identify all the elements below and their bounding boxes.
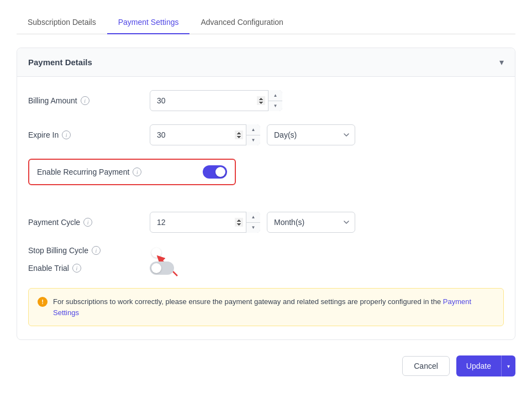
expire-in-increment[interactable]: ▲ xyxy=(246,124,260,135)
payment-cycle-decrement[interactable]: ▼ xyxy=(246,223,260,233)
expire-in-spinners: ▲ ▼ xyxy=(246,124,260,145)
expire-in-input[interactable] xyxy=(150,124,260,145)
stop-billing-label: Stop Billing Cycle i xyxy=(28,246,150,255)
enable-recurring-info-icon[interactable]: i xyxy=(133,168,141,176)
enable-recurring-toggle[interactable] xyxy=(203,165,227,179)
billing-amount-info-icon[interactable]: i xyxy=(81,96,89,105)
billing-amount-input-wrapper: ▲ ▼ xyxy=(150,90,282,111)
billing-amount-spinners: ▲ ▼ xyxy=(268,90,282,111)
payment-cycle-info-icon[interactable]: i xyxy=(83,218,92,227)
stop-billing-controls xyxy=(150,246,504,255)
payment-cycle-label: Payment Cycle i xyxy=(28,218,150,227)
cancel-button[interactable]: Cancel xyxy=(402,356,450,376)
billing-amount-input[interactable] xyxy=(150,90,282,111)
payment-details-card: Payment Details ▾ Billing Amount i ▲ ▼ xyxy=(17,48,515,340)
payment-cycle-row: Payment Cycle i ▲ ▼ Month(s) Day(s) xyxy=(28,212,504,233)
payment-cycle-spinners: ▲ ▼ xyxy=(246,212,260,233)
warning-text: For subscriptions to work correctly, ple… xyxy=(53,296,494,318)
card-title: Payment Details xyxy=(28,57,92,67)
billing-amount-decrement[interactable]: ▼ xyxy=(268,101,282,112)
tabs-container: Subscription Details Payment Settings Ad… xyxy=(17,11,515,34)
payment-cycle-input[interactable] xyxy=(150,212,260,233)
payment-cycle-controls: ▲ ▼ Month(s) Day(s) Year(s) xyxy=(150,212,504,233)
enable-trial-slider xyxy=(150,261,174,275)
chevron-down-icon: ▾ xyxy=(499,57,504,67)
enable-trial-toggle[interactable] xyxy=(150,261,174,275)
update-button[interactable]: Update ▾ xyxy=(456,355,515,376)
expire-in-info-icon[interactable]: i xyxy=(62,130,71,139)
enable-recurring-label: Enable Recurring Payment i xyxy=(37,168,159,176)
expire-in-decrement[interactable]: ▼ xyxy=(246,135,260,146)
tab-subscription-details[interactable]: Subscription Details xyxy=(17,11,107,34)
card-header[interactable]: Payment Details ▾ xyxy=(17,48,515,77)
billing-amount-controls: ▲ ▼ xyxy=(150,90,504,111)
update-dropdown-arrow[interactable]: ▾ xyxy=(502,355,515,376)
warning-icon: ! xyxy=(38,297,48,307)
expire-in-row: Expire In i ▲ ▼ Day(s) Month(s) Year xyxy=(28,124,504,145)
billing-amount-row: Billing Amount i ▲ ▼ xyxy=(28,90,504,111)
tab-payment-settings[interactable]: Payment Settings xyxy=(107,11,190,34)
footer: Cancel Update ▾ xyxy=(17,355,515,376)
enable-trial-info-icon[interactable]: i xyxy=(72,264,81,273)
tab-advanced-configuration[interactable]: Advanced Configuration xyxy=(189,11,294,34)
billing-amount-increment[interactable]: ▲ xyxy=(268,90,282,101)
expire-in-input-wrapper: ▲ ▼ xyxy=(150,124,260,145)
recurring-payment-section: Enable Recurring Payment i xyxy=(28,159,504,198)
card-body: Billing Amount i ▲ ▼ Expire In xyxy=(17,77,515,339)
enable-trial-controls xyxy=(150,261,504,275)
stop-billing-info-icon[interactable]: i xyxy=(92,246,101,255)
payment-cycle-unit-select[interactable]: Month(s) Day(s) Year(s) xyxy=(267,212,355,233)
enable-trial-label: Enable Trial i xyxy=(28,264,150,273)
enable-trial-row: Enable Trial i xyxy=(28,261,504,275)
stop-billing-row: Stop Billing Cycle i xyxy=(28,246,504,255)
enable-recurring-highlighted: Enable Recurring Payment i xyxy=(28,159,236,185)
billing-amount-label: Billing Amount i xyxy=(28,96,150,105)
update-button-label: Update xyxy=(456,357,501,375)
warning-box: ! For subscriptions to work correctly, p… xyxy=(28,288,504,326)
page-wrapper: Subscription Details Payment Settings Ad… xyxy=(0,0,532,408)
payment-cycle-input-wrapper: ▲ ▼ xyxy=(150,212,260,233)
expire-in-unit-select[interactable]: Day(s) Month(s) Year(s) xyxy=(267,124,355,145)
payment-cycle-increment[interactable]: ▲ xyxy=(246,212,260,223)
enable-recurring-slider xyxy=(203,165,227,179)
expire-in-label: Expire In i xyxy=(28,130,150,139)
expire-in-controls: ▲ ▼ Day(s) Month(s) Year(s) xyxy=(150,124,504,145)
